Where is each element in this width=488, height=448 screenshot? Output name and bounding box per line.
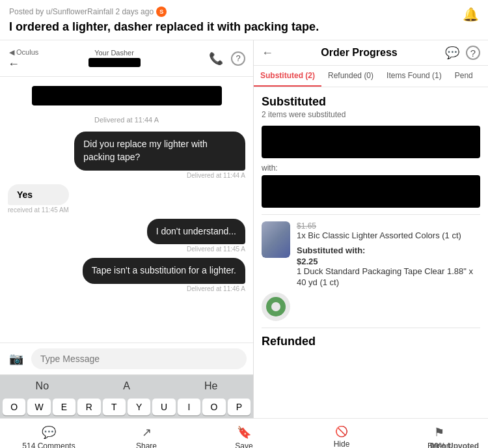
karma-icon: S [156, 7, 167, 17]
chat-icon[interactable]: 💬 [445, 46, 459, 60]
chat-input-area: 📷 [0, 343, 253, 374]
key-u[interactable]: U [152, 399, 175, 415]
hide-icon: 🚫 [335, 425, 348, 438]
post-title: I ordered a lighter, dasher replaced it … [9, 20, 479, 35]
tab-items-found[interactable]: Items Found (1) [380, 66, 448, 87]
order-help-icon[interactable]: ? [466, 46, 480, 60]
lighter-price: $1.65 [297, 221, 480, 231]
keyboard-row: O W E R T Y U I O P [0, 397, 253, 418]
refunded-title: Refunded [262, 335, 480, 348]
key-p[interactable]: P [228, 399, 251, 415]
oculus-label: ◀ Oculus [9, 48, 38, 57]
tab-pend[interactable]: Pend [448, 66, 480, 87]
share-icon: ↗ [142, 425, 152, 440]
dasher-label: Your Dasher [25, 49, 204, 57]
msg-received-yes: Yes received at 11:45 AM [8, 184, 69, 214]
delivery-time-2: Delivered at 11:45 A [147, 245, 245, 253]
lighter-img-shape [262, 221, 290, 258]
back-arrow-icon[interactable]: ← [8, 57, 20, 71]
share-button[interactable]: ↗ Share [98, 425, 195, 448]
key-w[interactable]: W [27, 399, 50, 415]
key-e[interactable]: E [53, 399, 75, 415]
key-y[interactable]: Y [128, 399, 150, 415]
save-icon: 🔖 [237, 425, 251, 440]
order-panel: ← Order Progress 💬 ? Substituted (2) Ref… [254, 40, 488, 418]
save-button[interactable]: 🔖 Save [195, 425, 293, 448]
phone-icon[interactable]: 📞 [209, 51, 223, 66]
sub-label: Substituted with: [297, 245, 480, 255]
chat-header-icons: 📞 ? [209, 51, 245, 66]
help-icon[interactable]: ? [231, 51, 245, 66]
redacted-top [32, 86, 222, 105]
order-body: Substituted 2 items were substituted wit… [254, 87, 488, 418]
comments-label: 514 Comments [22, 441, 75, 448]
order-tabs: Substituted (2) Refunded (0) Items Found… [254, 66, 488, 87]
dasher-name: Your Dasher [25, 49, 204, 68]
tab-substituted[interactable]: Substituted (2) [254, 66, 321, 87]
camera-button[interactable]: 📷 [7, 349, 26, 369]
key-r[interactable]: R [77, 399, 100, 415]
keyboard-suggestions: No A He [0, 374, 253, 397]
suggestion-a[interactable]: A [85, 379, 169, 393]
post-meta-text: Posted by u/SunflowerRainfall 2 days ago [9, 7, 154, 16]
action-bar: 💬 514 Comments ↗ Share 🔖 Save 🚫 Hide ⚑ R… [0, 418, 488, 448]
msg-sent-2: I don't understand... Delivered at 11:45… [147, 219, 245, 253]
key-t[interactable]: T [103, 399, 126, 415]
substituted-subtitle: 2 items were substituted [262, 110, 480, 119]
notification-bell-icon[interactable]: 🔔 [463, 7, 479, 22]
yes-bubble: Yes [8, 184, 69, 205]
tab-refunded[interactable]: Refunded (0) [321, 66, 380, 87]
order-back-icon[interactable]: ← [262, 46, 273, 60]
order-header-icons: 💬 ? [445, 46, 480, 60]
key-i[interactable]: I [178, 399, 200, 415]
report-icon: ⚑ [434, 425, 444, 440]
chat-date: Delivered at 11:44 A [8, 116, 245, 124]
redacted-1 [262, 126, 480, 158]
sub-price: $2.25 [297, 257, 480, 266]
msg-sent-3: Tape isn't a substitution for a lighter.… [83, 258, 245, 292]
upvote-badge: 99% Upvoted [430, 441, 479, 448]
lighter-image [262, 221, 290, 258]
chat-body: Delivered at 11:44 A Did you replace my … [0, 77, 253, 343]
item-row-lighter: $1.65 1x Bic Classic Lighter Assorted Co… [262, 221, 480, 288]
msg-sent-1: Did you replace my lighter with packing … [74, 132, 245, 178]
order-header: ← Order Progress 💬 ? [254, 40, 488, 66]
comments-icon: 💬 [42, 425, 56, 440]
message-input[interactable] [31, 348, 247, 369]
msg-bubble-1: Did you replace my lighter with packing … [74, 132, 245, 170]
share-label: Share [136, 441, 157, 448]
divider-2 [262, 328, 480, 328]
order-title: Order Progress [278, 47, 440, 59]
received-time: received at 11:45 AM [8, 206, 69, 214]
chat-input-row: 📷 [7, 348, 247, 369]
dasher-name-redacted [88, 58, 141, 67]
hide-button[interactable]: 🚫 Hide [293, 425, 390, 448]
item-details-lighter: $1.65 1x Bic Classic Lighter Assorted Co… [297, 221, 480, 288]
chat-header: ◀ Oculus ← Your Dasher 📞 ? [0, 40, 253, 77]
lighter-name: 1x Bic Classic Lighter Assorted Colors (… [297, 231, 480, 242]
key-o[interactable]: O [3, 399, 25, 415]
comments-button[interactable]: 💬 514 Comments [0, 425, 98, 448]
suggestion-no[interactable]: No [0, 379, 85, 393]
msg-bubble-2: I don't understand... [147, 219, 245, 245]
item-row-tape [262, 292, 480, 321]
key-o2[interactable]: O [202, 399, 225, 415]
sub-name: 1 Duck Standard Packaging Tape Clear 1.8… [297, 266, 480, 288]
tape-image [262, 292, 290, 321]
post-meta: Posted by u/SunflowerRainfall 2 days ago… [9, 7, 479, 17]
substituted-title: Substituted [262, 95, 480, 109]
msg-bubble-3: Tape isn't a substitution for a lighter. [83, 258, 245, 284]
chat-panel: ◀ Oculus ← Your Dasher 📞 ? Delivered at … [0, 40, 254, 418]
tape-img-shape [262, 292, 290, 321]
save-label: Save [235, 441, 252, 448]
hide-label: Hide [334, 440, 350, 448]
suggestion-he[interactable]: He [169, 379, 253, 393]
post-header: Posted by u/SunflowerRainfall 2 days ago… [0, 0, 488, 40]
delivery-time-1: Delivered at 11:44 A [74, 172, 245, 179]
main-content: ◀ Oculus ← Your Dasher 📞 ? Delivered at … [0, 40, 488, 418]
divider-1 [262, 214, 480, 215]
redacted-2 [262, 175, 480, 208]
tape-inner-shape [266, 297, 286, 316]
sub-with-label-redacted: with: [262, 163, 480, 173]
delivery-time-3: Delivered at 11:46 A [83, 285, 245, 292]
